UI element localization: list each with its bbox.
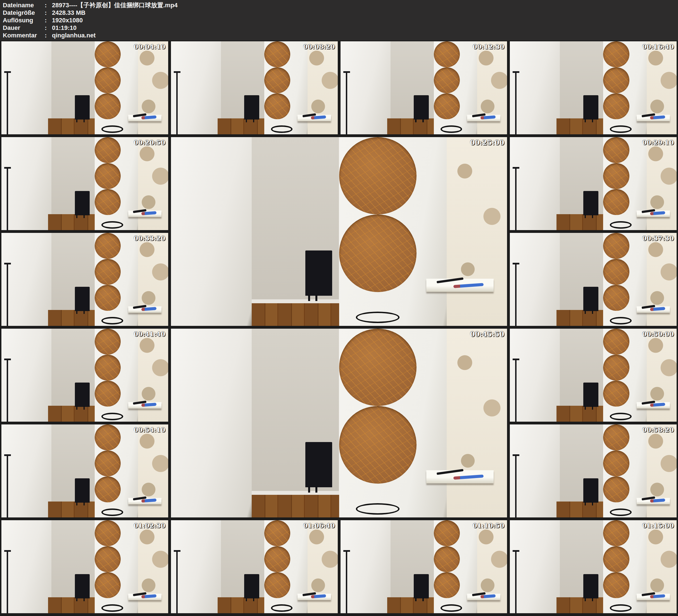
cork-circle (603, 329, 629, 355)
circle-panel-column (339, 329, 447, 517)
video-frame-placeholder (341, 41, 507, 134)
cork-circle (95, 259, 121, 285)
video-thumbnail-15[interactable]: 01:02:30 (1, 520, 168, 613)
mic-stand (176, 550, 178, 613)
cable-ring (271, 604, 293, 612)
timestamp-overlay: 00:25:00 (470, 139, 504, 147)
meta-label-kommentar: Kommentar (3, 32, 45, 39)
cork-circle (434, 572, 460, 598)
meta-label-dateigroesse: Dateigröße (3, 9, 45, 16)
video-thumbnail-2[interactable]: 00:08:20 (171, 41, 338, 134)
cork-circle (264, 546, 290, 572)
cork-circle (95, 285, 121, 311)
video-thumbnail-6[interactable]: 00:25:00 (171, 137, 507, 326)
cork-circle (339, 137, 417, 215)
video-thumbnail-8[interactable]: 00:33:20 (1, 233, 168, 326)
video-thumbnail-7[interactable]: 00:29:10 (510, 137, 677, 230)
video-thumbnail-5[interactable]: 00:20:50 (1, 137, 168, 230)
video-thumbnail-18[interactable]: 01:15:00 (510, 520, 677, 613)
video-thumbnail-1[interactable]: 00:04:10 (1, 41, 168, 134)
video-frame-placeholder (510, 424, 677, 517)
cork-circle (603, 137, 629, 163)
video-thumbnail-17[interactable]: 01:10:50 (341, 520, 507, 613)
timestamp-overlay: 00:29:10 (642, 139, 674, 146)
chair-silhouette (244, 95, 259, 119)
video-thumbnail-4[interactable]: 00:16:40 (510, 41, 677, 134)
video-frame-placeholder (1, 137, 168, 230)
timestamp-overlay: 00:04:10 (134, 43, 165, 50)
cork-circle (95, 93, 121, 119)
meta-row-dateigroesse: Dateigröße:2428.33 MB (3, 9, 678, 16)
cork-circle (603, 93, 629, 119)
timestamp-overlay: 01:02:30 (134, 522, 165, 529)
chair-silhouette (305, 442, 332, 487)
timestamp-overlay: 00:58:20 (642, 426, 674, 433)
chair-silhouette (75, 95, 90, 119)
cork-circle (603, 285, 629, 311)
mic-stand (7, 263, 8, 326)
video-frame-placeholder (341, 520, 507, 613)
timestamp-overlay: 00:37:30 (642, 234, 674, 242)
cork-circle (339, 329, 417, 406)
timestamp-overlay: 00:41:40 (134, 330, 165, 338)
cork-circle (95, 233, 121, 259)
video-thumbnail-13[interactable]: 00:54:10 (1, 424, 168, 517)
video-thumbnail-3[interactable]: 00:12:30 (341, 41, 507, 134)
video-frame-placeholder (1, 424, 168, 517)
cork-circle (264, 67, 290, 93)
cork-circle (264, 93, 290, 119)
meta-separator: : (45, 24, 52, 32)
chair-silhouette (583, 95, 598, 119)
chair-silhouette (244, 574, 259, 599)
left-wall (510, 233, 560, 326)
mic-stand (346, 550, 347, 613)
mic-stand (7, 358, 8, 422)
video-thumbnail-14[interactable]: 00:58:20 (510, 424, 677, 517)
meta-label-aufloesung: Auflösung (3, 16, 45, 24)
cork-circle (339, 406, 417, 484)
meta-value-filesize: 2428.33 MB (52, 9, 85, 16)
cork-circle (95, 329, 121, 355)
chair-silhouette (583, 383, 598, 407)
cable-ring (102, 413, 123, 420)
cork-circle (603, 189, 629, 215)
video-thumbnail-11[interactable]: 00:45:50 (171, 329, 507, 517)
meta-value-duration: 01:19:10 (52, 24, 77, 32)
left-wall (171, 137, 252, 326)
meta-value-filename: 28973----【子衿原创】佳佳捆绑口球放置.mp4 (52, 1, 178, 9)
cork-circle (603, 355, 629, 381)
video-frame-placeholder (510, 41, 677, 134)
mic-stand (176, 71, 178, 134)
video-frame-placeholder (171, 41, 338, 134)
timestamp-overlay: 00:12:30 (473, 43, 504, 50)
video-frame-placeholder (171, 520, 338, 613)
video-thumbnail-12[interactable]: 00:50:00 (510, 329, 677, 422)
cable-ring (102, 125, 123, 133)
chair-silhouette (75, 191, 90, 215)
cork-circle (434, 67, 460, 93)
cable-ring (102, 317, 123, 324)
left-wall (1, 137, 51, 230)
cable-ring (102, 508, 123, 516)
video-thumbnail-10[interactable]: 00:41:40 (1, 329, 168, 422)
video-frame-placeholder (1, 329, 168, 422)
timestamp-overlay: 01:15:00 (642, 522, 674, 529)
left-wall (341, 41, 390, 134)
chair-silhouette (583, 191, 598, 215)
left-wall (1, 41, 51, 134)
meta-row-kommentar: Kommentar:qinglanhua.net (3, 32, 678, 39)
cork-circle (603, 259, 629, 285)
meta-separator: : (45, 9, 52, 16)
cork-circle (339, 215, 417, 292)
cork-circle (95, 424, 121, 451)
chair-silhouette (414, 95, 429, 119)
cable-ring (610, 125, 632, 133)
cork-circle (95, 520, 121, 546)
left-wall (510, 329, 560, 422)
video-thumbnail-16[interactable]: 01:06:40 (171, 520, 338, 613)
cable-ring (610, 413, 632, 420)
meta-separator: : (45, 32, 52, 39)
video-thumbnail-9[interactable]: 00:37:30 (510, 233, 677, 326)
mic-stand (515, 71, 517, 134)
video-frame-placeholder (510, 233, 677, 326)
